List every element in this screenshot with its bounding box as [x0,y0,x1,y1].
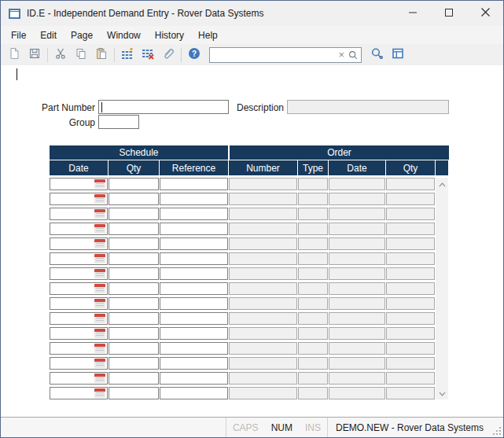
description-label: Description [220,101,284,114]
schedule-reference-input[interactable] [160,267,228,280]
calendar-icon[interactable] [94,359,105,368]
grid-row [50,252,449,265]
calendar-icon[interactable] [94,179,105,189]
schedule-qty-input[interactable] [109,342,159,355]
schedule-reference-input[interactable] [160,342,228,355]
schedule-qty-input[interactable] [109,178,159,190]
maximize-button[interactable] [431,1,467,26]
schedule-reference-input[interactable] [160,208,228,220]
close-button[interactable] [467,1,503,26]
schedule-qty-input[interactable] [109,223,159,235]
calendar-icon[interactable] [94,269,105,278]
menu-page[interactable]: Page [64,28,100,43]
insert-line-icon [121,47,134,62]
group-input[interactable] [98,115,139,129]
menu-window[interactable]: Window [100,28,148,43]
calendar-icon[interactable] [94,314,105,323]
grid-scrollbar[interactable] [436,178,448,399]
calendar-icon[interactable] [94,344,105,353]
find-record-icon [370,47,384,62]
search-input[interactable] [212,49,335,61]
search-icon[interactable] [348,50,359,61]
schedule-reference-input[interactable] [160,297,228,310]
schedule-reference-input[interactable] [160,252,228,265]
chevron-up-icon [439,179,446,190]
find-record-button[interactable] [368,46,387,64]
schedule-qty-input[interactable] [109,237,159,250]
minimize-icon [409,8,417,19]
menu-edit[interactable]: Edit [33,28,64,43]
schedule-qty-input[interactable] [109,327,159,340]
schedule-qty-input[interactable] [109,208,159,220]
order-number-field [229,178,297,190]
schedule-qty-input[interactable] [109,193,159,205]
save-button[interactable] [25,46,44,64]
column-header-filler [436,160,448,175]
calendar-icon[interactable] [94,254,105,263]
schedule-reference-input[interactable] [160,282,228,295]
help-icon: ? [188,47,200,62]
calendar-icon[interactable] [94,388,105,398]
schedule-reference-input[interactable] [160,312,228,325]
help-button[interactable]: ? [185,46,204,64]
grid-row [50,282,449,295]
menu-file[interactable]: File [4,28,33,43]
calendar-icon[interactable] [94,299,105,308]
maximize-icon [445,8,453,19]
grid-row [50,387,449,399]
calendar-icon[interactable] [94,374,105,383]
part-number-input[interactable] [98,100,229,114]
menu-history[interactable]: History [148,28,191,43]
order-date-field [329,223,385,235]
search-box: × [209,47,362,63]
order-qty-field [386,312,435,325]
calendar-icon[interactable] [94,194,105,204]
scroll-down-button[interactable] [436,387,448,399]
order-type-field [298,178,328,190]
scroll-up-button[interactable] [436,178,448,190]
clear-search-icon[interactable]: × [335,50,348,60]
paste-button[interactable] [92,46,111,64]
schedule-qty-input[interactable] [109,312,159,325]
calendar-icon[interactable] [94,224,105,234]
schedule-reference-input[interactable] [160,178,228,190]
schedule-qty-input[interactable] [109,357,159,370]
order-type-field [298,357,328,370]
order-date-field [329,372,385,385]
attach-button[interactable] [159,46,178,64]
order-date-field [329,178,385,190]
resize-grip-icon[interactable] [491,418,503,437]
calendar-icon[interactable] [94,209,105,219]
schedule-reference-input[interactable] [160,387,228,399]
schedule-qty-input[interactable] [109,252,159,265]
order-type-field [298,312,328,325]
calendar-icon[interactable] [94,239,105,248]
schedule-reference-input[interactable] [160,223,228,235]
window-title: ID.E - Independent Demand Entry - Rover … [27,8,263,19]
window-layout-button[interactable] [388,46,407,64]
schedule-reference-input[interactable] [160,372,228,385]
schedule-reference-input[interactable] [160,327,228,340]
copy-button[interactable] [72,46,90,64]
schedule-qty-input[interactable] [109,267,159,280]
schedule-reference-input[interactable] [160,237,228,250]
delete-line-button[interactable] [138,46,157,64]
insert-line-button[interactable] [118,46,137,64]
order-number-field [229,267,297,280]
new-document-button[interactable] [5,46,24,64]
schedule-qty-input[interactable] [109,387,159,399]
paste-icon [95,47,108,62]
order-number-field [229,387,297,399]
toolbar-divider [181,48,182,62]
schedule-reference-input[interactable] [160,357,228,370]
schedule-qty-input[interactable] [109,297,159,310]
order-type-field [298,267,328,280]
menu-help[interactable]: Help [191,28,225,43]
cut-button[interactable] [51,46,70,64]
minimize-button[interactable] [395,1,431,26]
schedule-qty-input[interactable] [109,282,159,295]
schedule-reference-input[interactable] [160,193,228,205]
calendar-icon[interactable] [94,329,105,338]
calendar-icon[interactable] [94,284,105,293]
schedule-qty-input[interactable] [109,372,159,385]
